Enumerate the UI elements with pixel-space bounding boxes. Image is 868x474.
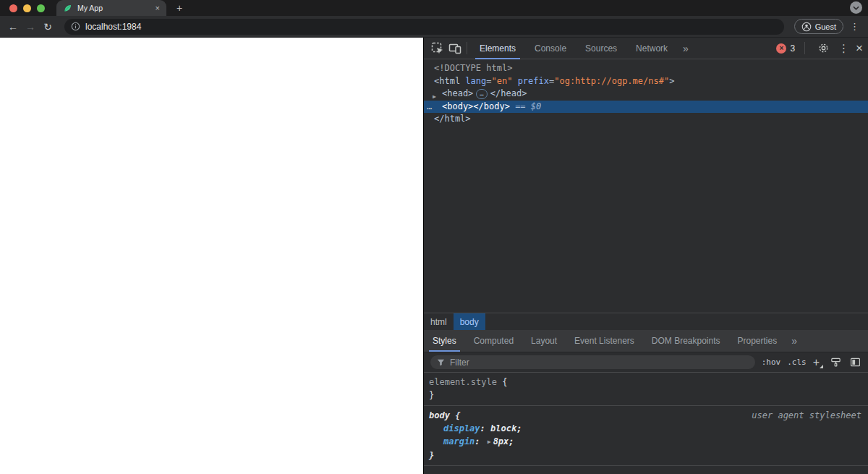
browser-tab[interactable]: My App × [56, 0, 166, 16]
rule-body-user-agent[interactable]: body { user agent stylesheet display: bl… [424, 406, 868, 466]
window-close-button[interactable] [9, 4, 17, 12]
tab-layout[interactable]: Layout [522, 330, 566, 352]
tab-favicon-leaf-icon [63, 4, 72, 13]
style-filter-field[interactable] [430, 355, 755, 369]
inspect-element-icon[interactable] [429, 40, 446, 57]
error-count: 3 [790, 43, 795, 54]
dom-tree: <!DOCTYPE html> <html lang="en" prefix="… [424, 59, 868, 313]
collapsed-content-ellipsis[interactable]: … [476, 89, 487, 99]
address-bar[interactable]: localhost:1984 [64, 19, 784, 35]
breadcrumb-body[interactable]: body [454, 313, 485, 330]
tab-computed[interactable]: Computed [465, 330, 522, 352]
selector-element-style[interactable]: element.style [429, 377, 497, 387]
css-property-display[interactable]: display: block; [429, 422, 863, 435]
rendering-emulation-icon[interactable] [829, 356, 842, 369]
new-tab-button[interactable]: + [176, 2, 182, 14]
more-tabs-chevron-icon[interactable]: » [677, 43, 694, 54]
devtools-tab-sources[interactable]: Sources [576, 38, 626, 59]
browser-menu-kebab-icon[interactable]: ⋮ [848, 21, 861, 32]
toolbar-divider [467, 42, 467, 54]
element-classes-button[interactable]: .cls [787, 357, 807, 367]
device-toolbar-icon[interactable] [446, 40, 464, 57]
styles-filter-bar: :hov .cls + [424, 352, 868, 373]
console-error-badge[interactable]: × 3 [776, 43, 795, 54]
styles-pane: element.style { } body { user agent styl… [424, 373, 868, 474]
site-info-icon[interactable] [71, 22, 80, 31]
page-viewport[interactable] [0, 38, 423, 474]
devtools-panel: Elements Console Sources Network » × 3 ⋮… [423, 38, 868, 474]
dom-line-html-close[interactable]: </html> [424, 113, 868, 126]
sidebar-more-tabs-chevron-icon[interactable]: » [786, 335, 802, 347]
window-minimize-button[interactable] [23, 4, 31, 12]
error-circle-icon: × [776, 43, 786, 54]
tab-properties[interactable]: Properties [729, 330, 786, 352]
url-text: localhost:1984 [85, 22, 141, 32]
tab-styles[interactable]: Styles [424, 330, 465, 352]
toolbar-divider [804, 42, 805, 54]
devtools-close-icon[interactable]: × [856, 41, 863, 56]
window-controls [9, 4, 45, 12]
css-property-margin[interactable]: margin: ▶8px; [429, 435, 863, 449]
selector-body[interactable]: body [429, 410, 450, 420]
stylesheet-origin-label: user agent stylesheet [752, 409, 863, 422]
settings-gear-icon[interactable] [814, 40, 832, 57]
breadcrumb-html[interactable]: html [424, 313, 454, 330]
reload-button[interactable]: ↻ [41, 21, 54, 33]
computed-sidebar-toggle-icon[interactable] [848, 356, 861, 369]
profile-guest-badge[interactable]: Guest [794, 19, 843, 34]
style-filter-input[interactable] [450, 357, 749, 368]
window-zoom-button[interactable] [37, 4, 45, 12]
dom-breadcrumbs: html body [424, 313, 868, 330]
dom-line-body-selected[interactable]: …<body></body> == $0 [424, 101, 868, 114]
styles-sidebar-tabs: Styles Computed Layout Event Listeners D… [424, 330, 868, 352]
forward-button[interactable]: → [24, 21, 37, 33]
tab-search-chevron-icon[interactable] [850, 1, 862, 14]
expand-shorthand-icon[interactable]: ▶ [488, 439, 491, 445]
dom-line-head[interactable]: ▶<head>…</head> [424, 88, 868, 101]
browser-toolbar: ← → ↻ localhost:1984 Guest ⋮ [0, 16, 868, 38]
toggle-element-state-button[interactable]: :hov [762, 357, 781, 367]
devtools-tab-network[interactable]: Network [626, 38, 677, 59]
funnel-filter-icon [437, 358, 445, 366]
devtools-tab-elements[interactable]: Elements [470, 38, 525, 59]
devtools-toolbar: Elements Console Sources Network » × 3 ⋮… [424, 38, 868, 59]
rule-element-style[interactable]: element.style { } [424, 373, 868, 406]
tab-strip: My App × + [0, 0, 868, 16]
tab-title: My App [77, 4, 150, 12]
back-button[interactable]: ← [7, 21, 20, 33]
dom-line-html-open[interactable]: <html lang="en" prefix="og:http://ogp.me… [424, 75, 868, 88]
person-icon [801, 22, 812, 32]
node-menu-dots[interactable]: … [427, 101, 433, 114]
tab-dom-breakpoints[interactable]: DOM Breakpoints [643, 330, 729, 352]
devtools-tab-console[interactable]: Console [525, 38, 576, 59]
tab-event-listeners[interactable]: Event Listeners [566, 330, 643, 352]
guest-label: Guest [815, 22, 836, 31]
tab-close-icon[interactable]: × [156, 4, 160, 12]
dom-line-doctype[interactable]: <!DOCTYPE html> [424, 62, 868, 75]
devtools-menu-kebab-icon[interactable]: ⋮ [838, 42, 849, 55]
new-style-rule-icon[interactable]: + [813, 357, 822, 368]
